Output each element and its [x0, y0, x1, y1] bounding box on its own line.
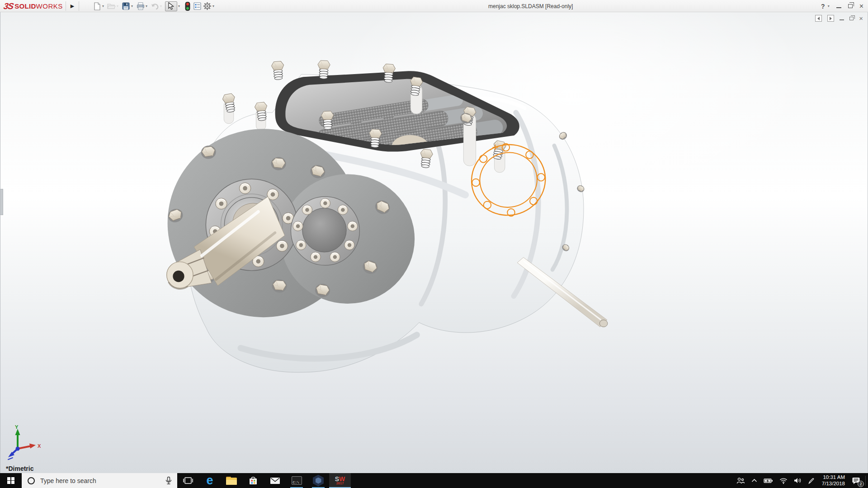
menu-flyout-arrow-icon[interactable]: ▶	[69, 2, 76, 10]
tray-overflow-button[interactable]	[748, 473, 760, 488]
save-dropdown[interactable]: ▾	[131, 4, 133, 8]
clock-time: 10:31 AM	[823, 474, 845, 481]
speaker-icon	[794, 477, 802, 484]
mail-icon	[270, 477, 280, 484]
selection-stoplight-button[interactable]	[183, 2, 192, 10]
battery-charging-icon	[764, 478, 773, 484]
close-button[interactable]: ×	[859, 3, 863, 10]
people-icon	[736, 477, 745, 484]
gearbox-model[interactable]	[0, 12, 868, 473]
options-button[interactable]: ▾	[203, 2, 216, 10]
command-prompt-icon: C:\	[292, 476, 302, 485]
next-pane-button[interactable]	[827, 15, 834, 22]
search-input[interactable]	[39, 477, 148, 485]
pen-icon	[808, 477, 815, 484]
hexagon-app-icon	[313, 475, 324, 487]
cursor-arrow-icon	[168, 2, 174, 10]
screen: 3S SOLID WORKS ▶ ▾ ▾	[0, 0, 868, 488]
edge-icon: e	[206, 474, 213, 487]
print-button[interactable]: ▾	[136, 2, 149, 10]
title-bar: 3S SOLID WORKS ▶ ▾ ▾	[0, 0, 868, 12]
taskbar-app-file-explorer[interactable]	[221, 473, 242, 488]
save-button[interactable]: ▾	[122, 2, 135, 10]
brand-swoosh-icon: 3S	[3, 1, 14, 11]
network-button[interactable]	[776, 473, 791, 488]
print-dropdown[interactable]: ▾	[146, 4, 147, 8]
taskbar-app-task-view[interactable]	[177, 473, 199, 488]
window-controls: ? ▾ ×	[821, 0, 863, 12]
cortana-icon	[28, 477, 35, 484]
minimize-button[interactable]	[836, 7, 841, 8]
solidworks-app-icon: SW 2017	[335, 476, 345, 485]
doc-close-button[interactable]: ×	[859, 15, 863, 22]
left-arrow-icon	[817, 17, 820, 20]
search-box[interactable]	[22, 473, 177, 488]
divider	[66, 1, 66, 11]
show-desktop-button[interactable]	[866, 473, 868, 488]
taskbar: e C:\ SW 2017	[0, 473, 868, 488]
reference-triad: Y X	[4, 424, 47, 463]
undo-button[interactable]: ▾	[151, 2, 164, 10]
window-title: menjac sklop.SLDASM [Read-only]	[488, 0, 573, 12]
restore-button[interactable]	[848, 4, 853, 8]
triad-x-label: X	[38, 443, 41, 449]
graphics-viewport[interactable]: × *Dimetric Y X	[0, 12, 868, 473]
brand-works-text: WORKS	[36, 2, 63, 10]
divider	[79, 1, 79, 11]
action-center-button[interactable]: 2	[849, 473, 863, 488]
new-document-dropdown[interactable]: ▾	[102, 4, 104, 8]
open-icon	[107, 2, 116, 10]
windows-ink-button[interactable]	[805, 473, 818, 488]
select-button[interactable]: ▾	[165, 1, 182, 11]
start-button[interactable]	[0, 473, 22, 488]
battery-button[interactable]	[760, 473, 776, 488]
taskbar-app-command-prompt[interactable]: C:\	[286, 473, 307, 488]
clock-date: 7/13/2018	[822, 481, 845, 487]
taskbar-app-solidworks[interactable]: SW 2017	[329, 473, 351, 488]
taskbar-app-mail[interactable]	[264, 473, 286, 488]
task-pane-list-button[interactable]	[193, 2, 202, 10]
previous-pane-button[interactable]	[815, 15, 822, 22]
windows-logo-icon	[7, 477, 14, 484]
undo-icon	[151, 2, 159, 10]
select-pressed-box	[165, 1, 177, 11]
new-document-button[interactable]: ▾	[93, 2, 106, 10]
wifi-icon	[779, 478, 788, 484]
doc-restore-button[interactable]	[849, 17, 854, 20]
right-arrow-icon	[830, 17, 832, 20]
main-toolbar: ▾ ▾ ▾ ▾	[93, 0, 217, 12]
select-dropdown[interactable]: ▾	[178, 4, 180, 8]
taskbar-clock[interactable]: 10:31 AM 7/13/2018	[818, 474, 849, 487]
taskbar-app-microsoft-store[interactable]	[242, 473, 264, 488]
solidworks-logo: 3S SOLID WORKS ▶	[4, 0, 82, 12]
view-orientation-label: *Dimetric	[6, 465, 33, 472]
system-tray: 10:31 AM 7/13/2018 2	[733, 473, 868, 488]
undo-dropdown: ▾	[160, 4, 162, 8]
help-button[interactable]: ?	[821, 3, 825, 10]
people-button[interactable]	[733, 473, 748, 488]
taskbar-app-hexagon[interactable]	[307, 473, 329, 488]
help-dropdown[interactable]: ▾	[828, 4, 830, 8]
new-document-icon	[93, 2, 101, 10]
print-icon	[136, 2, 145, 10]
side-cover[interactable]	[291, 197, 359, 265]
taskbar-app-microsoft-edge[interactable]: e	[199, 473, 221, 488]
triad-y-label: Y	[15, 424, 19, 430]
microphone-icon[interactable]	[165, 476, 173, 487]
task-view-icon	[183, 477, 193, 484]
volume-button[interactable]	[791, 473, 805, 488]
doc-minimize-button[interactable]	[840, 19, 844, 20]
task-list-icon	[193, 2, 202, 10]
notification-badge: 2	[858, 481, 864, 487]
collapsed-panel-tab[interactable]	[0, 189, 3, 215]
gear-icon	[203, 2, 212, 10]
document-window-controls: ×	[815, 15, 863, 22]
options-dropdown[interactable]: ▾	[212, 4, 214, 8]
save-icon	[122, 2, 130, 10]
stoplight-icon	[183, 2, 192, 10]
chevron-up-icon	[751, 479, 757, 483]
store-icon	[248, 476, 258, 486]
open-button[interactable]: ▾	[107, 2, 120, 10]
file-explorer-icon	[226, 477, 237, 485]
brand-solid-text: SOLID	[14, 2, 36, 10]
